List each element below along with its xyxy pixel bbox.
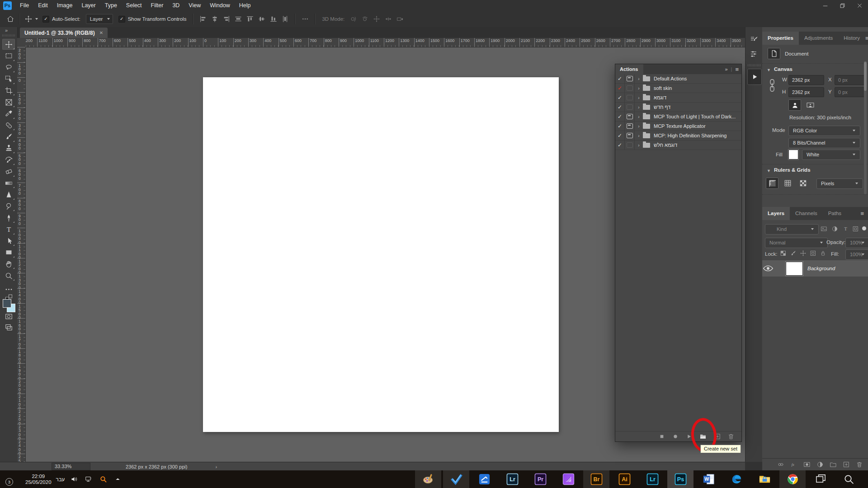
move-tool[interactable] — [2, 39, 15, 50]
action-dialog-toggle[interactable] — [625, 141, 635, 150]
collapse-panel-icon[interactable]: » — [725, 66, 727, 72]
hidden-icons-arrow[interactable] — [113, 474, 123, 484]
lock-all-icon[interactable] — [820, 250, 827, 258]
zoom-level-field[interactable]: 33.33% — [52, 463, 90, 470]
expand-set-icon[interactable]: › — [635, 95, 643, 100]
delete-icon[interactable] — [726, 432, 736, 441]
restore-button[interactable] — [834, 0, 851, 11]
layer-row-background[interactable]: Background — [762, 260, 868, 277]
layer-thumbnail[interactable] — [786, 262, 803, 276]
action-set-label[interactable]: Default Actions — [654, 76, 687, 81]
x-field[interactable]: 0 px — [835, 75, 865, 85]
menu-edit[interactable]: Edit — [33, 0, 52, 11]
menu-image[interactable]: Image — [52, 0, 77, 11]
tab-adjustments[interactable]: Adjustments — [799, 32, 838, 45]
height-field[interactable]: 2362 px — [788, 87, 824, 97]
notification-center-icon[interactable]: 3 — [5, 474, 21, 485]
tab-channels[interactable]: Channels — [790, 207, 823, 220]
group-icon[interactable] — [829, 460, 838, 469]
actions-panel-icon[interactable] — [747, 69, 762, 85]
action-dialog-toggle[interactable] — [625, 131, 635, 140]
taskbar-app-file-explorer[interactable] — [751, 470, 778, 488]
3d-slide-icon[interactable] — [384, 14, 393, 23]
lock-artboard-icon[interactable] — [810, 250, 817, 258]
eraser-tool[interactable] — [2, 166, 15, 177]
taskbar-app-lightroom-classic[interactable]: Lr — [499, 470, 525, 488]
filter-shape-icon[interactable] — [852, 225, 860, 233]
taskbar-app-illustrator[interactable]: Ai — [611, 470, 637, 488]
taskbar-app-photo-app-purple[interactable] — [555, 470, 581, 488]
menu-layer[interactable]: Layer — [77, 0, 100, 11]
action-set-row[interactable]: ✓›soft skin — [615, 84, 741, 93]
taskbar-app-scanner-app[interactable] — [471, 470, 497, 488]
healing-brush-tool[interactable] — [2, 120, 15, 131]
lock-position-icon[interactable] — [800, 250, 807, 258]
action-include-checkbox[interactable]: ✓ — [615, 122, 625, 131]
gradient-tool[interactable] — [2, 178, 15, 188]
taskbar-app-start[interactable] — [863, 470, 868, 488]
toolbar-header[interactable]: » — [0, 27, 18, 38]
minimize-button[interactable] — [816, 0, 834, 11]
actions-panel-tab[interactable]: Actions — [615, 64, 643, 74]
expand-set-icon[interactable]: › — [635, 114, 643, 119]
action-set-row[interactable]: ✓›MCP Texture Applicator — [615, 122, 741, 131]
opacity-field[interactable]: 100% — [845, 238, 868, 248]
fill-dropdown[interactable]: White — [802, 150, 860, 160]
action-set-row[interactable]: ✓›MCP Touch of Light | Touch of Dark... — [615, 112, 741, 122]
action-include-checkbox[interactable]: ✓ — [615, 131, 625, 140]
horizontal-ruler[interactable]: 1200110010009008007006005004003002001000… — [25, 38, 745, 47]
network-icon[interactable] — [84, 474, 94, 484]
move-tool-icon[interactable] — [24, 14, 33, 24]
expand-set-icon[interactable]: › — [635, 124, 643, 129]
expand-set-icon[interactable]: › — [635, 76, 643, 81]
action-include-checkbox[interactable]: ✓ — [615, 112, 625, 121]
adjustment-icon[interactable] — [816, 460, 825, 469]
filter-toggle-icon[interactable] — [862, 226, 866, 230]
fill-color-swatch[interactable] — [788, 150, 798, 160]
align-top-icon[interactable] — [245, 14, 255, 23]
taskbar-app-lightroom-cc[interactable]: Lr — [639, 470, 665, 488]
action-dialog-toggle[interactable] — [625, 74, 635, 83]
orientation-landscape-button[interactable] — [804, 99, 816, 111]
tab-layers[interactable]: Layers — [762, 207, 790, 220]
filter-adjustment-icon[interactable] — [831, 225, 839, 233]
object-selection-tool[interactable] — [2, 74, 15, 84]
y-field[interactable]: 0 px — [835, 87, 865, 97]
lock-pixels-icon[interactable] — [790, 250, 797, 258]
foreground-color-swatch[interactable] — [3, 299, 11, 308]
rectangular-marquee-tool[interactable] — [2, 51, 15, 61]
menu-type[interactable]: Type — [100, 0, 122, 11]
taskbar-app-blue-check-app[interactable] — [443, 470, 469, 488]
frame-tool[interactable] — [2, 97, 15, 108]
vertical-ruler[interactable]: 2 0 01 0 001 0 02 0 03 0 04 0 05 0 06 0 … — [17, 47, 26, 462]
path-selection-tool[interactable] — [2, 235, 15, 246]
action-include-checkbox[interactable]: ✓ — [615, 141, 625, 150]
taskbar-app-task-view[interactable] — [807, 470, 834, 488]
action-include-checkbox[interactable]: ✓ — [615, 103, 625, 112]
auto-select-target-dropdown[interactable]: Layer — [86, 14, 113, 24]
expand-set-icon[interactable]: › — [635, 143, 643, 148]
layer-name[interactable]: Background — [807, 266, 835, 271]
distribute-h-icon[interactable] — [234, 14, 243, 23]
chevron-down-icon[interactable]: ▼ — [767, 169, 771, 173]
hand-tool[interactable] — [2, 258, 15, 269]
panel-menu-icon[interactable]: ≡ — [735, 66, 739, 73]
foreground-background-colors[interactable] — [1, 299, 16, 313]
panel-menu-icon[interactable]: ≡ — [865, 32, 868, 45]
action-set-row[interactable]: ✓›דף חדש — [615, 103, 741, 112]
layers-fill-field[interactable]: 100% — [845, 249, 868, 260]
filter-type-icon[interactable]: T — [842, 225, 850, 233]
tab-paths[interactable]: Paths — [823, 207, 847, 220]
tool-preset-caret-icon[interactable] — [35, 18, 38, 20]
properties-scrollbar[interactable] — [864, 61, 867, 194]
width-field[interactable]: 2362 px — [788, 75, 824, 85]
action-set-label[interactable]: MCP Texture Applicator — [654, 123, 706, 129]
stop-icon[interactable] — [657, 432, 666, 441]
menu-file[interactable]: File — [15, 0, 33, 11]
action-set-row[interactable]: ✓›MCP: High Definition Sharpening — [615, 131, 741, 141]
crop-tool[interactable] — [2, 85, 15, 96]
action-include-checkbox[interactable]: ✓ — [615, 84, 625, 93]
auto-select-checkbox[interactable]: ✓ Auto-Select: — [42, 16, 80, 23]
history-brush-tool[interactable] — [2, 155, 15, 165]
layer-filter-kind-dropdown[interactable]: Kind — [765, 224, 819, 235]
